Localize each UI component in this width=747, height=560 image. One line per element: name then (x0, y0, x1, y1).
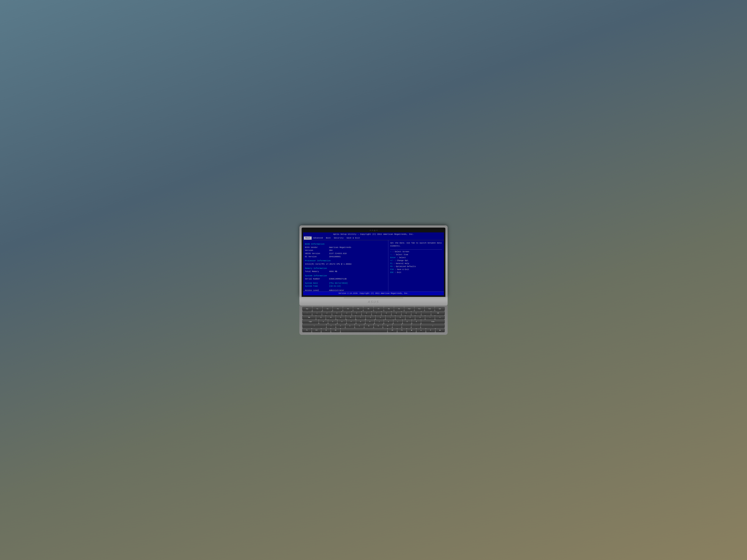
key-0[interactable]: 0 (402, 311, 411, 315)
key-4[interactable]: 4 (342, 311, 352, 315)
key-y[interactable]: Y (327, 324, 336, 328)
key-w[interactable]: W (326, 316, 336, 319)
key-win[interactable]: ❖ (321, 328, 331, 332)
key-space[interactable] (341, 328, 387, 332)
menu-save-exit[interactable]: Save & Exit (345, 237, 361, 240)
key-3[interactable]: 3 (332, 311, 342, 315)
key-h[interactable]: H (365, 320, 374, 323)
key-f9[interactable]: F9 (394, 307, 404, 311)
bios-content: BIOS Information BIOS Vendor American Me… (303, 240, 444, 294)
key-caret[interactable]: ^ (302, 311, 312, 315)
scene: Aptio Setup Utility – Copyright (C) 2011… (0, 0, 747, 560)
key-caps[interactable]: Caps (302, 320, 318, 323)
key-p[interactable]: P (406, 316, 415, 319)
key-7[interactable]: 7 (372, 311, 381, 315)
key-down[interactable]: ▼ (426, 328, 435, 332)
key-1[interactable]: 1 (312, 311, 322, 315)
system-date-row[interactable]: System Date [Thu 03/14/2019] (305, 282, 386, 285)
key-f12[interactable]: F12 (425, 307, 434, 311)
key-esc[interactable]: Esc (302, 307, 312, 311)
key-alt-right[interactable]: Alt (388, 328, 397, 332)
key-tab[interactable]: Tab (302, 316, 316, 319)
menu-security[interactable]: Security (332, 237, 345, 240)
key-d[interactable]: D (338, 320, 346, 323)
key-v[interactable]: V (355, 324, 364, 328)
key-minus[interactable]: - (411, 324, 420, 328)
total-memory-label: Total Memory (305, 270, 329, 273)
system-time-label: System Time (305, 285, 329, 288)
key-f4[interactable]: F4 (343, 307, 353, 311)
bios-key-help: ↔ : Select Screen ↑↓ : Select Item Enter (390, 250, 442, 274)
key-hash[interactable]: # (435, 316, 445, 319)
total-memory-row: Total Memory 4096 MB (305, 270, 386, 273)
key-comma[interactable]: , (393, 324, 402, 328)
key-oe[interactable]: Ö (403, 320, 411, 323)
key-b[interactable]: B (364, 324, 373, 328)
ec-version-row: EC Version 204U100001 (305, 256, 386, 258)
screen-bezel: Aptio Setup Utility – Copyright (C) 2011… (302, 228, 445, 297)
menu-advanced[interactable]: Advanced (312, 237, 325, 240)
system-date-value[interactable]: [Thu 03/14/2019] (329, 282, 348, 285)
key-q[interactable]: Q (316, 316, 326, 319)
key-enter[interactable]: Enter (421, 320, 445, 323)
key-t[interactable]: T (356, 316, 365, 319)
key-right[interactable]: ▶ (436, 328, 445, 332)
key-f[interactable]: F (347, 320, 356, 323)
key-n[interactable]: N (374, 324, 383, 328)
key-k[interactable]: K (384, 320, 393, 323)
menu-main[interactable]: Main (304, 237, 312, 240)
shortcut-change-opt: +/- : Change Opt. (390, 259, 442, 262)
menu-boot[interactable]: Boot (325, 237, 332, 240)
key-8[interactable]: 8 (382, 311, 391, 315)
system-time-row[interactable]: System Time [10:41:13] (305, 285, 386, 288)
key-fn[interactable]: Fn (302, 328, 311, 332)
key-plus[interactable]: + (426, 316, 435, 319)
key-2[interactable]: 2 (322, 311, 332, 315)
key-r[interactable]: R (346, 316, 356, 319)
key-shift-left[interactable]: ⇧ (302, 324, 326, 328)
key-period[interactable]: . (402, 324, 411, 328)
key-f5[interactable]: F5 (353, 307, 363, 311)
system-time-value[interactable]: [10:41:13] (329, 285, 341, 288)
key-i[interactable]: I (386, 316, 395, 319)
key-j[interactable]: J (375, 320, 384, 323)
key-ss[interactable]: ß (411, 311, 421, 315)
key-backspace[interactable]: ⌫ (431, 311, 445, 315)
key-z[interactable]: Z (366, 316, 375, 319)
key-u[interactable]: U (376, 316, 385, 319)
key-f3[interactable]: F3 (333, 307, 342, 311)
key-o[interactable]: O (395, 316, 405, 319)
key-f2[interactable]: F2 (323, 307, 332, 311)
key-s[interactable]: S (328, 320, 337, 323)
key-ctrl[interactable]: Ctrl (312, 328, 321, 332)
key-g[interactable]: G (356, 320, 365, 323)
key-f10[interactable]: F10 (405, 307, 414, 311)
key-m[interactable]: M (383, 324, 392, 328)
key-alt-left[interactable]: Alt (331, 328, 340, 332)
total-memory-value: 4096 MB (329, 270, 337, 273)
key-f7[interactable]: F7 (374, 307, 384, 311)
key-f6[interactable]: F6 (363, 307, 373, 311)
key-f1[interactable]: F1 (313, 307, 322, 311)
key-5[interactable]: 5 (352, 311, 361, 315)
key-x[interactable]: X (336, 324, 345, 328)
key-a[interactable]: A (319, 320, 328, 323)
key-l[interactable]: L (393, 320, 402, 323)
key-6[interactable]: 6 (362, 311, 371, 315)
key-ue[interactable]: Ü (415, 316, 425, 319)
key-f11[interactable]: F11 (415, 307, 424, 311)
key-e[interactable]: E (336, 316, 345, 319)
key-9[interactable]: 9 (392, 311, 401, 315)
keyboard-row-numbers: ^ 1 2 3 4 5 6 7 8 9 0 ß ´ ⌫ (302, 311, 445, 315)
key-c[interactable]: C (345, 324, 354, 328)
key-acute[interactable]: ´ (421, 311, 431, 315)
key-ae[interactable]: Ä (412, 320, 421, 323)
key-left[interactable]: ◀ (407, 328, 416, 332)
key-up[interactable]: ▲ (416, 328, 426, 332)
key-fn-right[interactable]: Fn (397, 328, 407, 332)
key-shift-right[interactable]: ⇧ (421, 324, 445, 328)
keyboard-row-bottom: Fn Ctrl ❖ Alt Alt Fn ◀ ▲ ▼ ▶ (302, 328, 445, 332)
key-f8[interactable]: F8 (384, 307, 394, 311)
camera-dot-2 (372, 230, 373, 231)
key-del[interactable]: Del (435, 307, 445, 311)
